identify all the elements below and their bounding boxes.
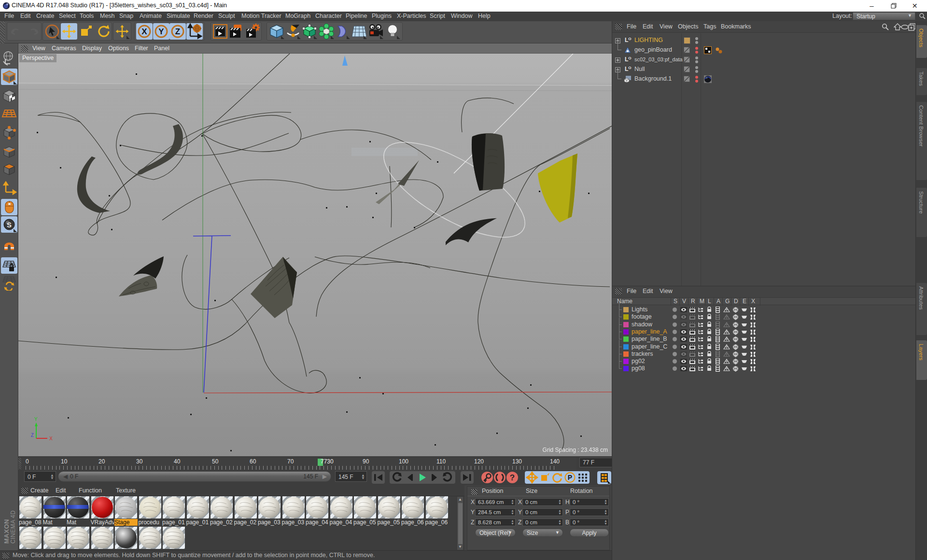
svg-text:Z: Z	[175, 27, 180, 36]
svg-text:?: ?	[510, 473, 515, 482]
svg-text:X: X	[49, 436, 53, 441]
svg-text:Z: Z	[31, 433, 34, 438]
svg-text:Y: Y	[34, 417, 38, 422]
svg-text:S: S	[7, 221, 12, 229]
svg-text:X: X	[141, 27, 147, 36]
svg-text:Y: Y	[158, 27, 164, 36]
svg-text:P: P	[568, 474, 572, 481]
